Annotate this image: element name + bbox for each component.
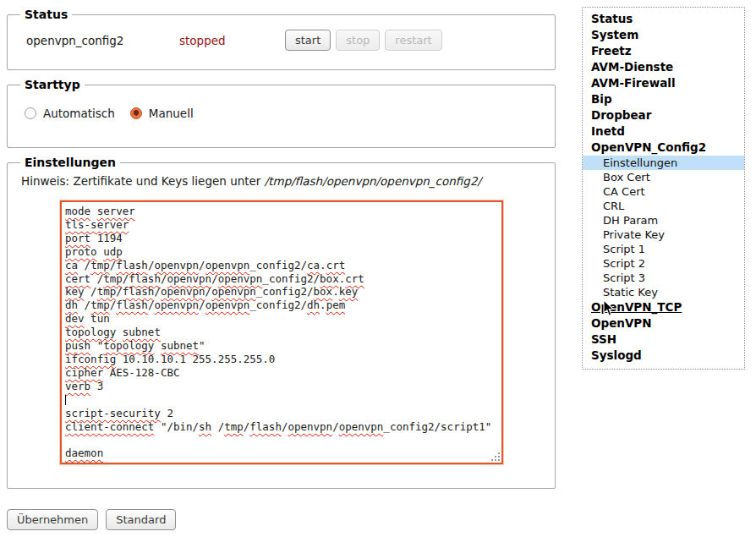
config-line: script-security 2 [65,407,498,420]
service-state: stopped [179,34,285,47]
footer-buttons: ÜbernehmenStandard [7,509,556,530]
sidebar-item-openvpn-config2[interactable]: OpenVPN_Config2 [583,140,744,156]
status-buttons: startstoprestart [285,30,442,51]
sidebar-item-freetz[interactable]: Freetz [583,43,744,59]
sidebar-item-private-key[interactable]: Private Key [583,227,744,242]
settings-legend: Einstellungen [20,156,120,169]
sidebar-item-syslogd[interactable]: Syslogd [583,348,744,364]
sidebar-item-avm-firewall[interactable]: AVM-Firewall [583,75,744,91]
sidebar-item-inetd[interactable]: Inetd [583,123,744,140]
uebernehmen-button[interactable]: Übernehmen [7,509,98,530]
config-line: dh /tmp/flash/openvpn/openvpn_config2/dh… [65,299,498,312]
sidebar-item-ca-cert[interactable]: CA Cert [583,184,744,199]
config-line: push "topology subnet" [65,339,498,353]
sidebar-item-script-1[interactable]: Script 1 [583,242,744,256]
service-name: openvpn_config2 [26,34,179,47]
status-legend: Status [20,8,72,21]
sidebar-item-openvpn[interactable]: OpenVPN [583,315,744,332]
radio-manuell-radio-icon[interactable] [130,107,142,119]
config-line: daemon [65,447,498,460]
config-line: key /tmp/flash/openvpn/openvpn_config2/b… [65,285,498,299]
start-button[interactable]: start [285,30,331,51]
config-line: cert /tmp/flash/openvpn/openvpn_config2/… [65,272,498,286]
starttyp-options: AutomatischManuell [25,107,543,120]
config-line [65,393,498,407]
status-section: Status openvpn_config2 stopped startstop… [7,8,556,70]
text-caret [65,395,66,405]
config-line: proto udp [65,245,498,259]
sidebar-item-einstellungen[interactable]: Einstellungen [583,156,744,170]
config-line: ca /tmp/flash/openvpn/openvpn_config2/ca… [65,259,498,272]
sidebar-item-bip[interactable]: Bip [583,91,744,107]
sidebar-item-static-key[interactable]: Static Key [583,285,744,299]
settings-hint-path: /tmp/flash/openvpn/openvpn_config2/ [265,174,481,188]
settings-hint: Hinweis: Zertifikate und Keys liegen unt… [21,174,543,188]
radio-automatisch-label: Automatisch [43,107,115,120]
config-line: topology subnet [65,326,498,339]
config-line: port 1194 [65,232,498,245]
radio-manuell[interactable]: Manuell [130,107,194,120]
config-line: mode server [65,205,498,218]
config-line: client-connect "/bin/sh /tmp/flash/openv… [65,420,498,434]
settings-section: Einstellungen Hinweis: Zertifikate und K… [7,156,556,489]
config-line [65,433,498,447]
sidebar-nav: StatusSystemFreetzAVM-DiensteAVM-Firewal… [582,7,745,370]
sidebar-item-ssh[interactable]: SSH [583,332,744,348]
config-textarea[interactable]: mode servertls-serverport 1194proto udpc… [60,200,503,464]
standard-button[interactable]: Standard [106,509,176,530]
restart-button[interactable]: restart [385,30,441,51]
sidebar-item-dropbear[interactable]: Dropbear [583,107,744,123]
starttyp-legend: Starttyp [20,78,85,91]
config-line: ifconfig 10.10.10.1 255.255.255.0 [65,353,498,366]
sidebar-item-openvpn-tcp[interactable]: OpenVPN_TCP [583,299,744,315]
radio-automatisch-radio-icon[interactable] [25,107,36,119]
sidebar-item-script-2[interactable]: Script 2 [583,256,744,271]
sidebar-item-box-cert[interactable]: Box Cert [583,170,744,184]
main-content: Status openvpn_config2 stopped startstop… [7,0,556,530]
config-line: tls-server [65,218,498,232]
settings-hint-text: Hinweis: Zertifikate und Keys liegen unt… [21,174,265,188]
starttyp-section: Starttyp AutomatischManuell [7,78,556,148]
config-line: verb 3 [65,380,498,393]
sidebar-item-avm-dienste[interactable]: AVM-Dienste [583,59,744,75]
radio-automatisch[interactable]: Automatisch [25,107,115,120]
sidebar-item-status[interactable]: Status [583,11,744,27]
resize-grip-icon[interactable] [490,452,501,462]
sidebar-item-system[interactable]: System [583,27,744,43]
config-line: dev tun [65,312,498,326]
stop-button[interactable]: stop [336,30,380,51]
radio-manuell-label: Manuell [149,107,194,120]
status-row: openvpn_config2 stopped startstoprestart [26,30,543,51]
sidebar-item-dh-param[interactable]: DH Param [583,213,744,227]
sidebar-item-script-3[interactable]: Script 3 [583,271,744,285]
config-line: cipher AES-128-CBC [65,366,498,380]
sidebar-item-crl[interactable]: CRL [583,199,744,213]
